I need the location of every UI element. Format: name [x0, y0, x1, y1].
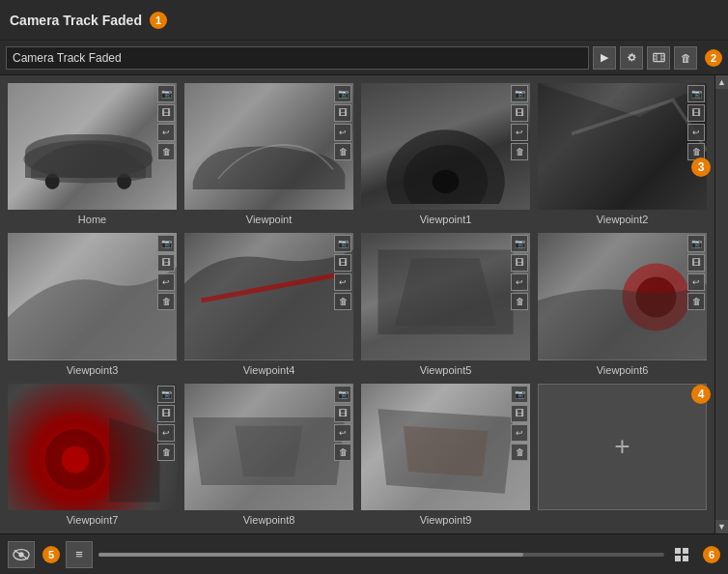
- menu-button[interactable]: ≡: [66, 541, 93, 568]
- vp6-arrow-icon[interactable]: ↩: [511, 273, 528, 291]
- svg-line-20: [14, 550, 28, 559]
- viewpoint-thumbnail-4[interactable]: 📷 🎞 ↩ 🗑: [8, 233, 177, 359]
- vp2-trash-icon[interactable]: 🗑: [511, 143, 528, 160]
- viewpoint-label-8: Viewpoint7: [67, 514, 119, 526]
- svg-point-12: [433, 169, 460, 193]
- vp8-arrow-icon[interactable]: ↩: [157, 424, 175, 442]
- track-name-input[interactable]: [6, 46, 589, 70]
- vp6-thumb-icons: 📷 🎞 ↩ 🗑: [511, 235, 528, 310]
- vp7-arrow-icon[interactable]: ↩: [687, 273, 705, 291]
- viewpoint-label-3: Viewpoint2: [597, 214, 649, 225]
- vp2-arrow-icon[interactable]: ↩: [511, 124, 528, 141]
- vp4-film-icon[interactable]: 🎞: [157, 254, 175, 272]
- vp6-trash-icon[interactable]: 🗑: [511, 293, 528, 310]
- viewpoint-label-5: Viewpoint4: [243, 364, 295, 376]
- home-camera-icon[interactable]: 📷: [157, 85, 175, 102]
- viewpoint-thumbnail-2[interactable]: 📷 🎞 ↩ 🗑: [361, 83, 530, 210]
- delete-button[interactable]: 🗑: [674, 46, 697, 70]
- vertical-scrollbar[interactable]: ▲ ▼: [714, 75, 728, 533]
- vp10-film-icon[interactable]: 🎞: [511, 405, 528, 422]
- vp5-camera-icon[interactable]: 📷: [334, 235, 351, 252]
- vp7-film-icon[interactable]: 🎞: [687, 254, 705, 272]
- viewpoint-thumbnail-7[interactable]: 📷 🎞 ↩ 🗑: [538, 233, 707, 359]
- title-bar: Camera Track Faded 1: [0, 0, 728, 41]
- vp2-camera-icon[interactable]: 📷: [511, 85, 528, 102]
- vp8-film-icon[interactable]: 🎞: [157, 405, 175, 422]
- vp8-camera-icon[interactable]: 📷: [157, 386, 175, 403]
- annotation-badge-5: 5: [42, 546, 60, 563]
- vp4-arrow-icon[interactable]: ↩: [157, 273, 175, 291]
- vp1-arrow-icon[interactable]: ↩: [334, 124, 351, 141]
- viewpoint-thumbnail-3[interactable]: 📷 🎞 ↩ 🗑: [538, 83, 707, 210]
- viewpoint-label-2: Viewpoint1: [420, 214, 472, 225]
- scroll-down-arrow[interactable]: ▼: [715, 520, 729, 533]
- svg-rect-24: [683, 556, 688, 561]
- viewpoint-grid-container[interactable]: 📷 🎞 ↩ 🗑 Home 📷 🎞: [0, 75, 714, 533]
- vp3-arrow-icon[interactable]: ↩: [687, 124, 705, 141]
- vp5-film-icon[interactable]: 🎞: [334, 254, 351, 272]
- vp5-arrow-icon[interactable]: ↩: [334, 273, 351, 291]
- vp10-camera-icon[interactable]: 📷: [511, 386, 528, 403]
- plus-icon: +: [614, 433, 630, 460]
- vp1-camera-icon[interactable]: 📷: [334, 85, 351, 102]
- vp3-film-icon[interactable]: 🎞: [687, 104, 705, 122]
- viewpoint-thumbnail-6[interactable]: 📷 🎞 ↩ 🗑: [361, 233, 530, 359]
- svg-rect-22: [683, 548, 688, 554]
- vp6-camera-icon[interactable]: 📷: [511, 235, 528, 252]
- viewpoint-item-10: 📷 🎞 ↩ 🗑 Viewpoint9: [361, 384, 530, 526]
- wrench-button[interactable]: [620, 46, 643, 70]
- play-button[interactable]: ▶: [593, 46, 616, 70]
- svg-rect-23: [675, 556, 681, 561]
- add-viewpoint-item: +: [538, 384, 707, 526]
- film-button[interactable]: [647, 46, 670, 70]
- scroll-up-arrow[interactable]: ▲: [715, 75, 729, 89]
- viewpoint-label-9: Viewpoint8: [243, 514, 295, 526]
- annotation-badge-2: 2: [705, 49, 722, 67]
- vp9-film-icon[interactable]: 🎞: [334, 405, 351, 422]
- viewpoint-item-8: 📷 🎞 ↩ 🗑 Viewpoint7: [8, 384, 177, 526]
- viewpoint-label-7: Viewpoint6: [597, 364, 649, 376]
- viewpoint-item-1: 📷 🎞 ↩ 🗑 Viewpoint: [184, 83, 353, 225]
- viewpoint-thumbnail-5[interactable]: 📷 🎞 ↩ 🗑: [184, 233, 353, 359]
- annotation-badge-6: 6: [703, 546, 720, 563]
- main-area: 📷 🎞 ↩ 🗑 Home 📷 🎞: [0, 75, 728, 533]
- svg-point-7: [23, 140, 153, 178]
- vp7-trash-icon[interactable]: 🗑: [687, 293, 705, 310]
- vp9-camera-icon[interactable]: 📷: [334, 386, 351, 403]
- viewpoint-thumbnail-home[interactable]: 📷 🎞 ↩ 🗑: [8, 83, 177, 210]
- viewpoint-thumbnail-1[interactable]: 📷 🎞 ↩ 🗑: [184, 83, 353, 210]
- add-viewpoint-button[interactable]: +: [538, 384, 707, 510]
- size-slider-fill: [98, 553, 523, 557]
- vp10-arrow-icon[interactable]: ↩: [511, 424, 528, 442]
- vp7-camera-icon[interactable]: 📷: [687, 235, 705, 252]
- vp4-camera-icon[interactable]: 📷: [157, 235, 175, 252]
- vp3-trash-icon[interactable]: 🗑: [687, 143, 705, 160]
- home-trash-icon[interactable]: 🗑: [157, 143, 175, 160]
- svg-point-17: [62, 445, 89, 473]
- vp6-film-icon[interactable]: 🎞: [511, 254, 528, 272]
- viewpoint-item-4: 📷 🎞 ↩ 🗑 Viewpoint3: [8, 233, 177, 375]
- viewpoint-thumbnail-8[interactable]: 📷 🎞 ↩ 🗑: [8, 384, 177, 510]
- viewpoint-thumbnail-9[interactable]: 📷 🎞 ↩ 🗑: [184, 384, 353, 510]
- viewpoint-label-6: Viewpoint5: [420, 364, 472, 376]
- vp1-trash-icon[interactable]: 🗑: [334, 143, 351, 160]
- vp4-trash-icon[interactable]: 🗑: [157, 293, 175, 310]
- viewpoint-item-2: 📷 🎞 ↩ 🗑 Viewpoint1: [361, 83, 530, 225]
- home-film-icon[interactable]: 🎞: [157, 104, 175, 122]
- viewpoint-thumbnail-10[interactable]: 📷 🎞 ↩ 🗑: [361, 384, 530, 510]
- vp1-film-icon[interactable]: 🎞: [334, 104, 351, 122]
- size-slider[interactable]: [98, 553, 664, 557]
- vp9-trash-icon[interactable]: 🗑: [334, 444, 351, 461]
- vp2-film-icon[interactable]: 🎞: [511, 104, 528, 122]
- svg-rect-21: [675, 548, 681, 554]
- vp1-thumb-icons: 📷 🎞 ↩ 🗑: [334, 85, 351, 160]
- vp3-camera-icon[interactable]: 📷: [687, 85, 705, 102]
- grid-view-button[interactable]: [670, 543, 693, 566]
- vp5-trash-icon[interactable]: 🗑: [334, 293, 351, 310]
- visibility-button[interactable]: [8, 541, 35, 568]
- vp9-arrow-icon[interactable]: ↩: [334, 424, 351, 442]
- page-title: Camera Track Faded: [10, 13, 142, 28]
- vp10-trash-icon[interactable]: 🗑: [511, 444, 528, 461]
- vp8-trash-icon[interactable]: 🗑: [157, 444, 175, 461]
- home-arrow-icon[interactable]: ↩: [157, 124, 175, 141]
